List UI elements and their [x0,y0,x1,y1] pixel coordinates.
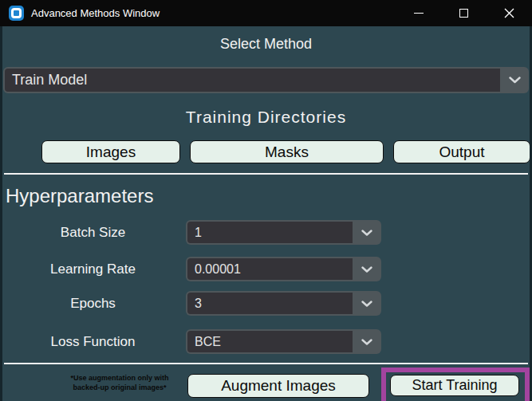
learning-rate-row: Learning Rate 0.00001 [0,257,532,281]
epochs-value: 3 [187,293,353,314]
minimize-icon [414,13,424,14]
window-controls [396,0,532,26]
chevron-down-icon[interactable] [353,329,381,354]
augment-images-button[interactable]: Augment Images [187,374,369,398]
batch-size-row: Batch Size 1 [0,220,532,245]
footer-divider [4,363,528,364]
loss-function-row: Loss Function BCE [0,329,532,354]
app-icon [9,6,24,21]
window-left-edge [0,26,2,401]
augmentation-note: *Use augmentation only with backed-up or… [41,373,198,392]
select-method-heading: Select Method [0,36,532,53]
chevron-down-icon[interactable] [353,220,381,245]
learning-rate-combobox[interactable]: 0.00001 [186,257,381,281]
method-combobox[interactable]: Train Model [3,67,529,93]
training-directories-heading: Training Directories [0,108,532,127]
directory-buttons-row: Images Masks Output [41,140,532,163]
chevron-down-icon[interactable] [353,257,381,281]
close-icon [504,8,514,18]
chevron-down-icon[interactable] [353,291,381,316]
loss-function-combobox[interactable]: BCE [186,329,381,354]
learning-rate-value: 0.00001 [187,258,353,280]
loss-function-label: Loss Function [0,334,186,350]
method-combobox-value: Train Model [5,69,500,92]
maximize-icon [459,9,468,18]
section-divider [4,173,528,175]
titlebar: Advanced Methods Window [0,0,532,26]
close-button[interactable] [487,0,532,26]
start-training-highlight-box: Start Training [381,368,530,401]
epochs-combobox[interactable]: 3 [186,291,381,316]
minimize-button[interactable] [396,0,441,26]
epochs-row: Epochs 3 [0,291,532,316]
batch-size-combobox[interactable]: 1 [186,220,381,245]
batch-size-label: Batch Size [0,225,186,241]
masks-button[interactable]: Masks [190,140,384,163]
loss-function-value: BCE [187,331,353,352]
advanced-methods-window: Advanced Methods Window Select Method Tr… [0,0,532,401]
chevron-down-icon[interactable] [500,67,529,93]
output-button[interactable]: Output [393,140,530,163]
augmentation-note-line2: backed-up original images* [41,383,198,392]
images-button[interactable]: Images [41,140,180,163]
maximize-button[interactable] [441,0,487,26]
batch-size-value: 1 [187,222,353,243]
augmentation-note-line1: *Use augmentation only with [41,373,198,383]
app-icon-ring [11,8,22,18]
start-training-button[interactable]: Start Training [390,375,519,396]
window-title: Advanced Methods Window [31,7,160,19]
hyperparameters-heading: Hyperparameters [6,185,532,207]
learning-rate-label: Learning Rate [0,261,186,277]
epochs-label: Epochs [0,296,186,312]
